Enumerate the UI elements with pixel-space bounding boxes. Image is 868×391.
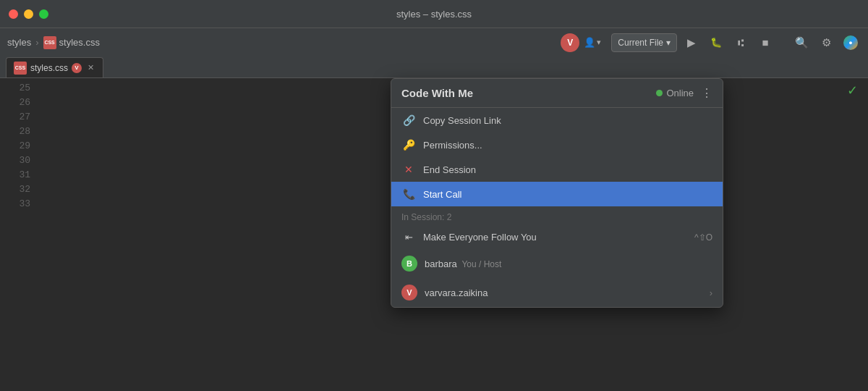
end-session-label: End Session: [423, 164, 712, 175]
line-numbers: 252627282930313233: [0, 78, 36, 391]
menu-more-button[interactable]: ⋮: [701, 86, 712, 100]
debug-button[interactable]: 🐛: [706, 33, 726, 52]
menu-item-user-varvara[interactable]: V varvara.zaikina ›: [391, 278, 723, 307]
current-file-arrow: ▾: [666, 38, 671, 48]
menu-item-user-barbara[interactable]: B barbara You / Host: [391, 249, 723, 278]
user-icon: 👤: [584, 37, 595, 48]
breadcrumb-file: styles.css: [59, 37, 100, 48]
varvara-chevron-icon: ›: [710, 287, 712, 298]
settings-icon: ⚙: [822, 36, 831, 49]
tab-file-icon: CSS: [14, 62, 27, 75]
css-file-icon: CSS: [43, 36, 56, 49]
follow-all-shortcut: ^⇧O: [694, 232, 712, 243]
menu-header: Code With Me Online ⋮: [391, 79, 723, 108]
maximize-button[interactable]: [39, 9, 48, 19]
toolbox-button[interactable]: ●: [841, 33, 861, 52]
online-label: Online: [666, 88, 694, 98]
user-dropdown-arrow: ▾: [597, 38, 601, 47]
end-session-icon: ✕: [401, 164, 416, 175]
line-number: 25: [0, 81, 30, 96]
git-icon: ⑆: [738, 37, 744, 49]
line-number: 33: [0, 197, 30, 211]
line-number: 27: [0, 110, 30, 125]
line-number: 31: [0, 168, 30, 182]
breadcrumb-separator: ›: [35, 37, 38, 48]
breadcrumb: styles › CSS styles.css: [7, 36, 100, 49]
line-number: 26: [0, 96, 30, 110]
settings-button[interactable]: ⚙: [816, 33, 836, 52]
stop-icon: ■: [762, 36, 768, 49]
stop-button[interactable]: ■: [755, 33, 775, 52]
window-title: styles – styles.css: [396, 9, 472, 20]
minimize-button[interactable]: [24, 9, 33, 19]
close-button[interactable]: [9, 9, 18, 19]
run-icon: ▶: [687, 36, 696, 49]
start-call-label: Start Call: [423, 189, 712, 200]
menu-item-copy-session-link[interactable]: 🔗 Copy Session Link: [391, 108, 723, 133]
line-number: 32: [0, 182, 30, 197]
start-call-icon: 📞: [401, 188, 416, 200]
copy-session-link-label: Copy Session Link: [423, 115, 712, 126]
tab-version-badge: V: [72, 63, 82, 73]
code-with-me-dropdown: Code With Me Online ⋮ 🔗 Copy Session Lin…: [391, 78, 723, 308]
online-dot: [656, 90, 663, 96]
follow-all-icon: ⇤: [401, 232, 416, 243]
toolbar: styles › CSS styles.css V 👤 ▾ Current Fi…: [0, 28, 868, 56]
menu-item-end-session[interactable]: ✕ End Session: [391, 157, 723, 182]
user-avatar[interactable]: V: [561, 33, 579, 52]
git-button[interactable]: ⑆: [731, 33, 751, 52]
menu-item-permissions[interactable]: 🔑 Permissions...: [391, 133, 723, 157]
menu-title: Code With Me: [401, 87, 656, 99]
tab-file-name: styles.css: [30, 63, 68, 73]
in-session-label: In Session: 2: [391, 206, 723, 225]
tab-icon-label: CSS: [15, 65, 25, 70]
permissions-icon: 🔑: [401, 139, 416, 151]
run-button[interactable]: ▶: [681, 33, 702, 52]
checkmark-icon: ✓: [847, 83, 858, 98]
user-dropdown-button[interactable]: 👤 ▾: [584, 33, 607, 52]
barbara-name: barbara You / Host: [425, 258, 712, 269]
current-file-label: Current File: [618, 38, 663, 48]
search-button[interactable]: 🔍: [791, 33, 812, 52]
barbara-sub: You / Host: [461, 259, 501, 269]
online-indicator: Online: [656, 88, 694, 98]
search-icon: 🔍: [795, 36, 809, 49]
line-number: 30: [0, 154, 30, 168]
permissions-label: Permissions...: [423, 140, 712, 151]
toolbox-icon: ●: [843, 35, 858, 50]
current-file-button[interactable]: Current File ▾: [611, 33, 677, 52]
menu-item-start-call[interactable]: 📞 Start Call: [391, 182, 723, 206]
line-number: 29: [0, 139, 30, 154]
title-bar: styles – styles.css: [0, 0, 868, 28]
css-icon-label: CSS: [44, 40, 54, 45]
breadcrumb-root: styles: [7, 37, 31, 48]
menu-item-follow-all[interactable]: ⇤ Make Everyone Follow You ^⇧O: [391, 225, 723, 249]
follow-all-label: Make Everyone Follow You: [423, 232, 687, 243]
traffic-lights: [9, 9, 48, 19]
file-tab[interactable]: CSS styles.css V ✕: [6, 57, 103, 77]
tab-close-button[interactable]: ✕: [85, 63, 95, 73]
copy-link-icon: 🔗: [401, 114, 416, 126]
varvara-name: varvara.zaikina: [425, 287, 702, 298]
editor-area: 252627282930313233 ✓ Code With Me Online…: [0, 78, 868, 391]
barbara-avatar: B: [401, 256, 417, 272]
varvara-avatar: V: [401, 285, 417, 300]
debug-icon: 🐛: [710, 37, 722, 48]
line-number: 28: [0, 125, 30, 139]
tab-bar: CSS styles.css V ✕: [0, 56, 868, 78]
